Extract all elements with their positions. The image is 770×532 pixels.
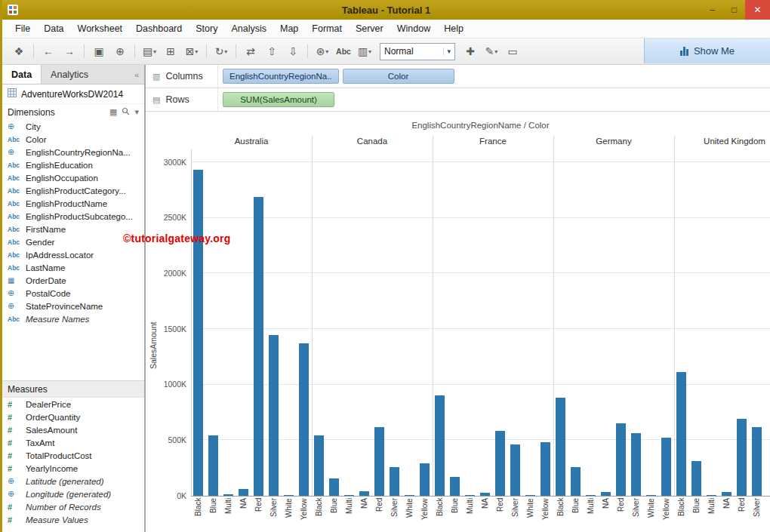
presentation-mode-button[interactable]: ▭	[502, 42, 523, 60]
field-orderquantity[interactable]: #OrderQuantity	[2, 411, 144, 423]
pill-color[interactable]: Color	[343, 69, 454, 84]
bar-mark[interactable]	[239, 489, 248, 496]
start-page-button[interactable]: ❖	[8, 42, 29, 60]
field-yearlyincome[interactable]: #YearlyIncome	[2, 462, 144, 475]
pill-sum-salesamount[interactable]: SUM(SalesAmount)	[223, 92, 334, 107]
bar-mark[interactable]	[405, 495, 414, 497]
menu-worksheet[interactable]: Worksheet	[71, 23, 130, 34]
bar-mark[interactable]	[450, 477, 460, 496]
view-options-icon[interactable]: ▦	[109, 107, 117, 117]
field-salesamount[interactable]: #SalesAmount	[2, 423, 144, 436]
field-number-of-records[interactable]: #Number of Records	[2, 500, 144, 513]
menu-help[interactable]: Help	[437, 23, 470, 34]
show-me-button[interactable]: Show Me	[644, 38, 770, 63]
sort-descending-button[interactable]: ⇩	[282, 42, 303, 60]
bar-mark[interactable]	[525, 495, 535, 497]
field-englishoccupation[interactable]: AbcEnglishOccupation	[2, 171, 144, 184]
bar-mark[interactable]	[571, 467, 581, 496]
bar-mark[interactable]	[193, 170, 203, 496]
field-measure-names[interactable]: AbcMeasure Names	[2, 312, 144, 325]
bar-mark[interactable]	[269, 335, 279, 496]
bar-mark[interactable]	[707, 495, 716, 497]
menu-analysis[interactable]: Analysis	[224, 23, 273, 34]
fix-axes-button[interactable]: ✚	[460, 42, 481, 60]
rows-shelf[interactable]: SUM(SalesAmount)	[218, 88, 770, 111]
bar-mark[interactable]	[420, 463, 430, 496]
swap-axes-button[interactable]: ⇄	[240, 42, 261, 60]
bar-mark[interactable]	[208, 435, 218, 496]
bar-mark[interactable]	[284, 495, 294, 497]
sort-ascending-button[interactable]: ⇧	[261, 42, 282, 60]
field-city[interactable]: ⊕City	[2, 120, 144, 133]
menu-window[interactable]: Window	[390, 23, 437, 34]
new-worksheet-button[interactable]: ▤▾	[139, 42, 160, 60]
field-dealerprice[interactable]: #DealerPrice	[2, 398, 144, 411]
chart-view-button[interactable]: ▥▾	[354, 42, 375, 60]
bar-mark[interactable]	[314, 435, 324, 496]
columns-shelf[interactable]: EnglishCountryRegionNa..Color	[218, 65, 770, 88]
minimize-button[interactable]: –	[701, 0, 723, 20]
highlight-button[interactable]: ✎▾	[481, 42, 502, 60]
show-mark-labels-button[interactable]: Abc	[333, 42, 354, 60]
bar-mark[interactable]	[374, 427, 384, 496]
close-button[interactable]: ✕	[745, 0, 770, 20]
bar-mark[interactable]	[737, 419, 747, 496]
field-englishproductcategory[interactable]: AbcEnglishProductCategory...	[2, 184, 144, 197]
collapse-pane-icon[interactable]: «	[129, 65, 144, 84]
clear-sheet-button[interactable]: ⊠▾	[181, 42, 202, 60]
field-englisheducation[interactable]: AbcEnglishEducation	[2, 158, 144, 171]
field-measure-values[interactable]: #Measure Values	[2, 513, 144, 526]
menu-format[interactable]: Format	[305, 23, 349, 34]
menu-data[interactable]: Data	[37, 23, 70, 34]
menu-map[interactable]: Map	[273, 23, 305, 34]
field-orderdate[interactable]: ▦OrderDate	[2, 274, 144, 287]
chevron-down-icon[interactable]: ▾	[134, 107, 139, 117]
tab-analytics[interactable]: Analytics	[42, 65, 129, 84]
refresh-button[interactable]: ↻▾	[211, 42, 232, 60]
bar-mark[interactable]	[661, 438, 671, 496]
field-color[interactable]: AbcColor	[2, 133, 144, 146]
menu-story[interactable]: Story	[189, 23, 224, 34]
bar-mark[interactable]	[601, 492, 611, 496]
bar-mark[interactable]	[631, 433, 641, 496]
bar-mark[interactable]	[541, 442, 550, 496]
field-totalproductcost[interactable]: #TotalProductCost	[2, 449, 144, 462]
tab-data[interactable]: Data	[2, 65, 42, 84]
menu-file[interactable]: File	[8, 23, 37, 34]
field-postalcode[interactable]: ⊕PostalCode	[2, 287, 144, 300]
bar-mark[interactable]	[480, 493, 490, 496]
field-taxamt[interactable]: #TaxAmt	[2, 436, 144, 449]
bar-mark[interactable]	[435, 395, 445, 496]
back-button[interactable]: ←	[38, 42, 59, 60]
field-englishcountryregionna[interactable]: ⊕EnglishCountryRegionNa...	[2, 146, 144, 158]
field-englishproductname[interactable]: AbcEnglishProductName	[2, 197, 144, 210]
bar-mark[interactable]	[359, 491, 369, 496]
add-datasource-button[interactable]: ⊕	[109, 42, 131, 60]
field-ipaddresslocator[interactable]: AbcIpAddressLocator	[2, 248, 144, 261]
bar-mark[interactable]	[722, 492, 732, 496]
bar-mark[interactable]	[223, 494, 233, 496]
bar-mark[interactable]	[495, 431, 505, 496]
bar-mark[interactable]	[254, 197, 263, 496]
bar-mark[interactable]	[299, 343, 309, 496]
field-stateprovincename[interactable]: ⊕StateProvinceName	[2, 300, 144, 312]
bar-mark[interactable]	[465, 495, 475, 497]
menu-server[interactable]: Server	[349, 23, 390, 34]
maximize-button[interactable]: □	[723, 0, 745, 20]
menu-dashboard[interactable]: Dashboard	[129, 23, 189, 34]
bar-mark[interactable]	[691, 461, 701, 496]
bar-mark[interactable]	[344, 495, 354, 497]
bar-mark[interactable]	[752, 427, 762, 496]
bar-mark[interactable]	[510, 444, 520, 497]
bar-mark[interactable]	[616, 423, 626, 496]
bar-mark[interactable]	[586, 495, 596, 497]
field-latitude-generated[interactable]: ⊕Latitude (generated)	[2, 475, 144, 487]
field-longitude-generated[interactable]: ⊕Longitude (generated)	[2, 487, 144, 500]
save-button[interactable]: ▣	[88, 42, 109, 60]
field-englishproductsubcatego[interactable]: AbcEnglishProductSubcatego...	[2, 210, 144, 223]
field-lastname[interactable]: AbcLastName	[2, 261, 144, 274]
search-icon[interactable]	[122, 107, 130, 117]
duplicate-sheet-button[interactable]: ⊞	[160, 42, 181, 60]
bar-mark[interactable]	[646, 495, 656, 497]
bar-mark[interactable]	[390, 467, 399, 496]
